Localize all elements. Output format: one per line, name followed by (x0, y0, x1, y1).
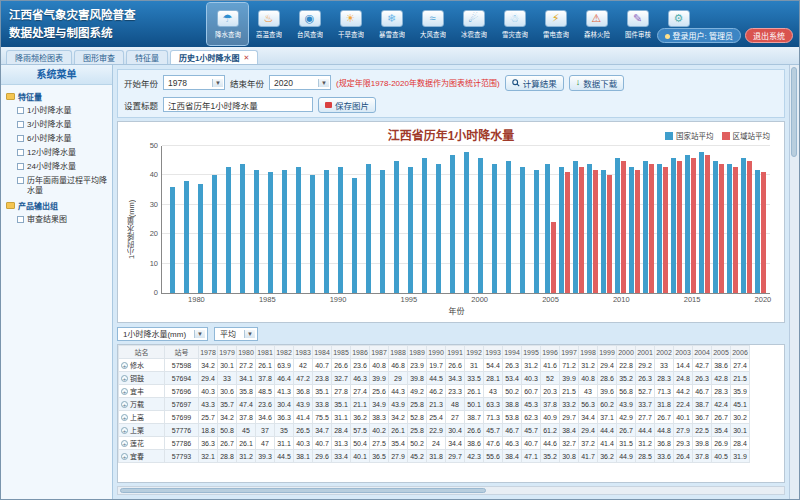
checkbox-icon[interactable] (17, 163, 24, 170)
checkbox-icon[interactable] (17, 177, 24, 184)
download-data-button[interactable]: ↓数据下载 (569, 75, 625, 91)
bar-regional[interactable] (649, 164, 654, 293)
col-year[interactable]: 1987 (370, 346, 389, 359)
table-stat-select[interactable]: 平均▼ (214, 327, 258, 341)
bar-regional[interactable] (551, 222, 556, 293)
bar-national[interactable] (615, 158, 620, 293)
start-year-select[interactable]: 1978▼ (163, 75, 225, 90)
col-year[interactable]: 2006 (731, 346, 750, 359)
tree-item[interactable]: 1小时降水量 (4, 104, 109, 118)
toolbar-sun[interactable]: ☀干旱查询 (330, 3, 371, 45)
bar-national[interactable] (296, 167, 301, 293)
col-year[interactable]: 1992 (465, 346, 484, 359)
col-year[interactable]: 2001 (636, 346, 655, 359)
expand-icon[interactable]: + (121, 440, 128, 447)
bar-national[interactable] (366, 164, 371, 293)
bar-regional[interactable] (607, 175, 612, 293)
col-year[interactable]: 2004 (693, 346, 712, 359)
table-metric-select[interactable]: 1小时降水量(mm)▼ (117, 327, 208, 341)
col-year[interactable]: 1985 (332, 346, 351, 359)
table-row[interactable]: +万载5769743.335.747.423.630.443.933.835.1… (119, 398, 750, 411)
col-year[interactable]: 1989 (408, 346, 427, 359)
bar-national[interactable] (352, 178, 357, 293)
tree-item[interactable]: 6小时降水量 (4, 132, 109, 146)
bar-national[interactable] (755, 170, 760, 293)
col-year[interactable]: 2003 (674, 346, 693, 359)
vertical-scrollbar[interactable] (789, 65, 799, 499)
col-year[interactable]: 1978 (199, 346, 218, 359)
col-year[interactable]: 1980 (237, 346, 256, 359)
toolbar-high-temp[interactable]: ♨高温查询 (248, 3, 289, 45)
col-year[interactable]: 1990 (427, 346, 446, 359)
checkbox-icon[interactable] (17, 149, 24, 156)
bar-national[interactable] (212, 175, 217, 293)
expand-icon[interactable]: + (121, 362, 128, 369)
toolbar-wind[interactable]: ≈大风查询 (412, 3, 453, 45)
horizontal-scrollbar-thumb[interactable] (120, 488, 486, 493)
col-year[interactable]: 1999 (598, 346, 617, 359)
tree-group[interactable]: 产品输出组 (4, 198, 109, 213)
expand-icon[interactable]: + (121, 375, 128, 382)
table-row[interactable]: +莲花5778636.326.726.14731.140.340.731.350… (119, 437, 750, 450)
col-year[interactable]: 1986 (351, 346, 370, 359)
tab-item[interactable]: 特征量 (126, 50, 168, 64)
bar-national[interactable] (184, 181, 189, 293)
col-year[interactable]: 1994 (503, 346, 522, 359)
bar-national[interactable] (380, 170, 385, 293)
bar-national[interactable] (282, 170, 287, 293)
col-year[interactable]: 1991 (446, 346, 465, 359)
bar-national[interactable] (394, 161, 399, 293)
bar-national[interactable] (671, 158, 676, 293)
toolbar-rain[interactable]: ☂降水查询 (207, 3, 248, 45)
checkbox-icon[interactable] (17, 107, 24, 114)
bar-regional[interactable] (719, 164, 724, 293)
bar-national[interactable] (408, 167, 413, 293)
table-row[interactable]: +上栗5777618.850.845373526.534.728.457.540… (119, 424, 750, 437)
tab-item[interactable]: 图形审查 (74, 50, 124, 64)
tree-group[interactable]: 特征量 (4, 89, 109, 104)
bar-national[interactable] (559, 167, 564, 293)
col-year[interactable]: 1993 (484, 346, 503, 359)
bar-national[interactable] (464, 152, 469, 293)
table-row[interactable]: +上高5769925.734.237.834.636.341.475.531.1… (119, 411, 750, 424)
bar-national[interactable] (587, 164, 592, 293)
bar-national[interactable] (324, 170, 329, 293)
col-station-id[interactable]: 站号 (165, 346, 199, 359)
close-icon[interactable]: ✕ (243, 54, 249, 62)
bar-national[interactable] (422, 158, 427, 293)
bar-national[interactable] (268, 172, 273, 293)
bar-regional[interactable] (663, 167, 668, 293)
bar-national[interactable] (254, 170, 259, 293)
bar-national[interactable] (506, 161, 511, 293)
bar-national[interactable] (685, 155, 690, 293)
legend-regional[interactable]: 区域站平均 (722, 130, 771, 141)
expand-icon[interactable]: + (121, 401, 128, 408)
bar-national[interactable] (534, 170, 539, 293)
calculate-button[interactable]: 计算结果 (505, 75, 564, 91)
col-year[interactable]: 1981 (256, 346, 275, 359)
tree-item[interactable]: 3小时降水量 (4, 118, 109, 132)
bar-national[interactable] (436, 164, 441, 293)
expand-icon[interactable]: + (121, 388, 128, 395)
bar-national[interactable] (240, 164, 245, 293)
col-year[interactable]: 1995 (522, 346, 541, 359)
horizontal-scrollbar[interactable] (117, 486, 785, 495)
bar-regional[interactable] (565, 172, 570, 293)
table-row[interactable]: +宜春5779332.128.831.239.344.538.129.633.4… (119, 450, 750, 463)
table-row[interactable]: +修水5759834.230.127.226.163.94240.726.623… (119, 359, 750, 372)
logout-button[interactable]: 退出系统 (745, 28, 793, 43)
col-year[interactable]: 1997 (560, 346, 579, 359)
tree-item[interactable]: 历年面雨量过程平均降水量 (4, 174, 109, 198)
toolbar-snowman[interactable]: ☃雪灾查询 (494, 3, 535, 45)
bar-regional[interactable] (761, 172, 766, 293)
bar-national[interactable] (170, 187, 175, 293)
bar-national[interactable] (643, 161, 648, 293)
tab-active[interactable]: 历史1小时降水图✕ (170, 50, 258, 64)
bar-national[interactable] (741, 158, 746, 293)
tab-item[interactable]: 降雨频检图表 (6, 50, 72, 64)
checkbox-icon[interactable] (17, 135, 24, 142)
checkbox-icon[interactable] (17, 216, 24, 223)
bar-regional[interactable] (691, 158, 696, 293)
table-row[interactable]: +铜鼓5769429.43334.137.846.447.223.832.746… (119, 372, 750, 385)
expand-icon[interactable]: + (121, 427, 128, 434)
